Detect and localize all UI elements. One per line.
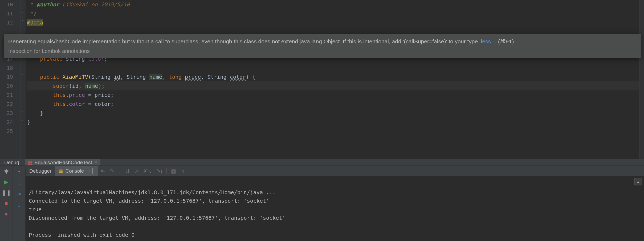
- soft-wrap-icon[interactable]: ⇥: [17, 191, 21, 197]
- line-number: 22: [0, 99, 21, 109]
- view-breakpoints-icon[interactable]: ●: [3, 211, 9, 217]
- scroll-up-button[interactable]: ▲: [634, 178, 642, 185]
- line-number: 12: [0, 18, 21, 27]
- punct: [182, 74, 185, 80]
- constructor-name: XiaoMiTV: [59, 74, 88, 80]
- code-text: */: [27, 10, 37, 17]
- punct: .: [66, 101, 69, 107]
- line-number: 23: [0, 109, 21, 118]
- console-line: true: [29, 206, 42, 213]
- drop-frame-icon[interactable]: ✗↘: [143, 168, 152, 174]
- code-text: = price;: [85, 92, 114, 98]
- punct: , String: [201, 74, 230, 80]
- keyword: long: [169, 74, 182, 80]
- svg-point-0: [5, 170, 8, 173]
- punct: (String: [88, 74, 114, 80]
- punct: (: [69, 83, 72, 89]
- run-toolbar: ▶ ❚❚ ■ ●: [0, 166, 13, 241]
- debug-icon[interactable]: [3, 168, 9, 174]
- pin-icon[interactable]: →┃: [86, 168, 94, 174]
- pause-icon[interactable]: ❚❚: [3, 190, 9, 196]
- step-out-icon[interactable]: ↗: [134, 168, 139, 174]
- console-line: Connected to the target VM, address: '12…: [29, 198, 269, 204]
- punct: );: [98, 83, 105, 89]
- doc-text: LiXuekai on 2019/5/10: [59, 1, 130, 8]
- keyword: this: [53, 101, 66, 107]
- punct: ,: [79, 83, 85, 89]
- keyword: super: [53, 83, 69, 89]
- code-text: = color;: [85, 101, 114, 107]
- brace: }: [40, 110, 43, 116]
- console-panel: Debugger ≣ Console →┃ ⇤ ↷ ↓ ⇊ ↗ ✗↘ ↘I ▦: [26, 166, 644, 241]
- tooltip-inspection-name: Inspection for Lombok annotations: [8, 47, 636, 55]
- scroll-to-end-icon[interactable]: ⤓: [17, 202, 21, 208]
- junit-icon: ▦: [27, 159, 32, 165]
- rerun-icon[interactable]: ▶: [3, 179, 9, 185]
- show-execution-point-icon[interactable]: ⇤: [101, 168, 105, 174]
- console-line: Process finished with exit code 0: [29, 232, 134, 238]
- console-output[interactable]: /Library/Java/JavaVirtualMachines/jdk1.8…: [26, 176, 644, 241]
- doc-tag: @author: [37, 1, 59, 8]
- error-stripe[interactable]: [639, 0, 644, 159]
- console-icon: ≣: [59, 168, 63, 174]
- line-number: 19: [0, 72, 21, 81]
- console-line: Disconnected from the target VM, address…: [29, 215, 285, 221]
- punct: .: [66, 92, 69, 98]
- inspection-tooltip: Generating equals/hashCode implementatio…: [4, 34, 641, 58]
- evaluate-expression-icon[interactable]: ▦: [171, 168, 176, 174]
- step-toolbar: ⇤ ↷ ↓ ⇊ ↗ ✗↘ ↘I ▦ ≋: [98, 166, 185, 176]
- line-number: 11: [0, 9, 21, 18]
- editor-area: 10 11 12 17 18 19 20 21 22 23 24 25 ⌄ › …: [0, 0, 644, 159]
- field: price: [69, 92, 85, 98]
- run-config-tab[interactable]: ▦ EqualsAndHashCodeTest ✕: [25, 159, 100, 165]
- debug-tool-window: Debug: ▦ EqualsAndHashCodeTest ✕ ▶ ❚❚ ■ …: [0, 159, 644, 241]
- line-number: 25: [0, 127, 21, 136]
- line-number: 24: [0, 118, 21, 127]
- brace: }: [27, 119, 30, 125]
- debug-body: ▶ ❚❚ ■ ● ↑ ↓ ⇥ ⤓ Debugger ≣ Console →┃: [0, 166, 644, 241]
- step-over-icon[interactable]: ↷: [110, 168, 114, 174]
- force-step-into-icon[interactable]: ⇊: [125, 168, 130, 174]
- fold-close-icon[interactable]: ⌄: [21, 109, 23, 112]
- tab-debugger[interactable]: Debugger: [26, 166, 55, 176]
- fold-column: ⌄ › › ⌄ ⌄: [21, 0, 26, 159]
- close-icon[interactable]: ✕: [94, 160, 98, 165]
- tab-label: Console: [65, 168, 84, 174]
- trace-icon[interactable]: ≋: [180, 168, 185, 174]
- field: color: [69, 101, 85, 107]
- debug-label: Debug:: [4, 160, 21, 165]
- run-to-cursor-icon[interactable]: ↘I: [156, 167, 162, 175]
- punct: , String: [120, 74, 149, 80]
- fold-close-icon[interactable]: ⌄: [21, 10, 23, 13]
- console-line: /Library/Java/JavaVirtualMachines/jdk1.8…: [29, 189, 276, 196]
- param: price: [185, 74, 201, 80]
- punct: ) {: [246, 74, 255, 80]
- line-number: 10: [0, 0, 21, 9]
- tooltip-message: Generating equals/hashCode implementatio…: [8, 38, 481, 44]
- fold-open-icon[interactable]: ›: [21, 72, 23, 76]
- code-text: *: [27, 1, 37, 8]
- line-number: 21: [0, 90, 21, 99]
- param: color: [230, 74, 246, 80]
- up-icon[interactable]: ↑: [18, 169, 21, 175]
- tab-console[interactable]: ≣ Console →┃: [55, 166, 98, 176]
- annotation-data: @Data: [27, 19, 43, 26]
- fold-open-icon[interactable]: ›: [21, 19, 23, 22]
- tooltip-less-link[interactable]: less…: [481, 38, 496, 44]
- down-icon[interactable]: ↓: [18, 180, 21, 186]
- fold-close-icon[interactable]: ⌄: [21, 118, 23, 121]
- line-number: 18: [0, 63, 21, 72]
- tab-label: Debugger: [29, 168, 51, 174]
- step-into-icon[interactable]: ↓: [119, 168, 121, 174]
- debug-tabs: Debugger ≣ Console →┃ ⇤ ↷ ↓ ⇊ ↗ ✗↘ ↘I ▦: [26, 166, 644, 176]
- code-area[interactable]: * @author LiXuekai on 2019/5/10 */ @Data…: [26, 0, 639, 159]
- keyword: this: [53, 92, 66, 98]
- keyword: public: [40, 74, 59, 80]
- param: id: [72, 83, 79, 89]
- param: id: [114, 74, 120, 80]
- line-number: 20: [0, 81, 21, 90]
- stop-icon[interactable]: ■: [3, 200, 9, 206]
- param: name: [85, 83, 98, 89]
- run-config-name: EqualsAndHashCodeTest: [34, 160, 92, 165]
- param: name: [149, 74, 162, 80]
